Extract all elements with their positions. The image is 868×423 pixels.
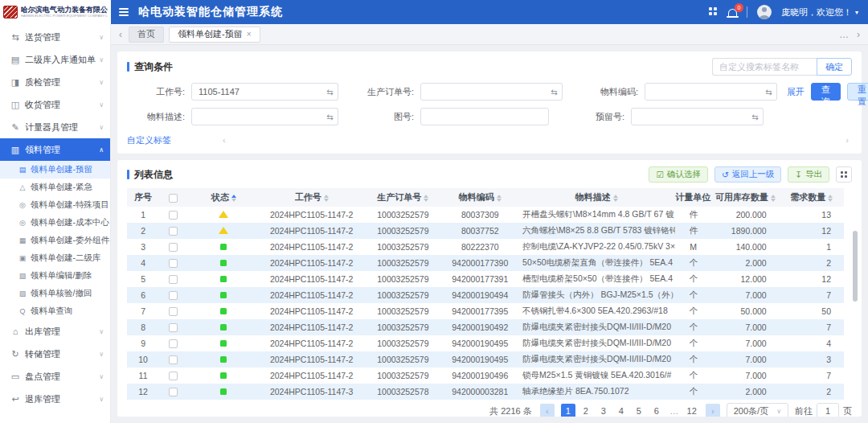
row-checkbox[interactable] bbox=[169, 355, 178, 364]
fullscreen-icon[interactable] bbox=[709, 7, 719, 17]
select-from-list-icon[interactable]: ⇆ bbox=[761, 83, 777, 101]
row-checkbox[interactable] bbox=[169, 291, 178, 300]
row-work-no: 2024HPC1105-1147-2 bbox=[260, 335, 363, 351]
select-from-list-icon[interactable]: ⇆ bbox=[747, 108, 764, 125]
row-checkbox[interactable] bbox=[169, 275, 178, 284]
sidebar-item-secondary-inbound-notice[interactable]: ▤ 二级库入库通知单 ∨ bbox=[0, 48, 110, 71]
page-size-select[interactable]: 200条/页 ∨ bbox=[727, 403, 788, 417]
sidebar-item-transfer[interactable]: ↻ 转储管理 ∨ bbox=[0, 343, 110, 365]
sort-icon[interactable] bbox=[424, 195, 428, 202]
row-checkbox[interactable] bbox=[169, 243, 178, 252]
sidebar-subitem-create-reserved[interactable]: ▤ 领料单创建-预留 bbox=[0, 161, 110, 179]
work-no-input[interactable] bbox=[191, 83, 325, 101]
page-number[interactable]: 5 bbox=[632, 404, 646, 417]
row-checkbox[interactable] bbox=[169, 323, 178, 332]
col-work-no[interactable]: 工作号 bbox=[260, 188, 363, 207]
tab-more-icon[interactable]: … bbox=[839, 29, 849, 40]
sidebar-subitem-create-special-project[interactable]: ◎ 领料单创建-特殊项目 bbox=[0, 196, 110, 214]
select-all-checkbox[interactable] bbox=[169, 194, 178, 203]
row-order-no: 10003252578 bbox=[363, 384, 442, 400]
goto-page-input[interactable] bbox=[817, 403, 839, 417]
sidebar-item-measuring-tools[interactable]: ✎ 计量器具管理 ∨ bbox=[0, 116, 110, 138]
page-number[interactable]: 1 bbox=[561, 404, 575, 417]
close-icon[interactable]: × bbox=[247, 30, 252, 39]
tag-search-input[interactable] bbox=[712, 58, 817, 76]
back-up-level-button[interactable]: ↺ 返回上一级 bbox=[714, 166, 781, 183]
sort-icon[interactable] bbox=[828, 195, 833, 202]
sidebar-item-quality-check[interactable]: ◨ 质检管理 ∨ bbox=[0, 71, 110, 93]
col-demand-qty[interactable]: 需求数量 bbox=[780, 188, 844, 207]
row-checkbox[interactable] bbox=[169, 339, 178, 348]
col-material-code[interactable]: 物料编码 bbox=[442, 188, 518, 207]
column-settings-icon[interactable] bbox=[836, 166, 852, 183]
sidebar-subitem-create-outsourced[interactable]: ▦ 领料单创建-委外组件 bbox=[0, 232, 110, 249]
production-order-input[interactable] bbox=[420, 83, 549, 101]
col-unit[interactable]: 计量单位 bbox=[675, 188, 711, 207]
reservation-no-input[interactable] bbox=[631, 108, 750, 125]
sidebar-subitem-create-cost-center[interactable]: ◎ 领料单创建-成本中心 bbox=[0, 214, 110, 232]
sidebar-subitem-query[interactable]: Q 领料单查询 bbox=[0, 302, 110, 320]
chevron-down-icon: ∨ bbox=[99, 351, 104, 358]
user-avatar[interactable] bbox=[757, 5, 772, 19]
col-available-qty[interactable]: 可用库存数量 bbox=[711, 188, 780, 207]
tab-scroll-left-icon[interactable]: ‹ bbox=[117, 29, 124, 40]
notification-bell-icon[interactable]: 0 bbox=[728, 9, 737, 16]
target-icon: ◎ bbox=[18, 201, 27, 209]
tab-home[interactable]: 首页 bbox=[129, 27, 164, 43]
row-order-no: 10003252579 bbox=[363, 255, 442, 271]
material-code-input[interactable] bbox=[645, 83, 764, 101]
tags-scroll-right-icon[interactable]: › bbox=[845, 135, 849, 145]
confirm-select-button[interactable]: ☑ 确认选择 bbox=[649, 166, 707, 183]
select-from-list-icon[interactable]: ⇆ bbox=[547, 83, 563, 101]
sidebar-item-receiving[interactable]: ◫ 收货管理 ∨ bbox=[0, 93, 110, 116]
material-desc-input[interactable] bbox=[191, 108, 325, 125]
sidebar-item-delivery[interactable]: ⇆ 送货管理 ∨ bbox=[0, 26, 110, 48]
sidebar-subitem-edit-delete[interactable]: ▧ 领料单编辑/删除 bbox=[0, 267, 110, 285]
row-demand-qty: 13 bbox=[780, 207, 844, 223]
tag-search-confirm-button[interactable]: 确定 bbox=[817, 58, 852, 76]
row-checkbox[interactable] bbox=[169, 388, 178, 396]
reset-button[interactable]: 重置 bbox=[847, 83, 868, 101]
expand-link[interactable]: 展开 bbox=[787, 86, 805, 98]
row-checkbox[interactable] bbox=[169, 227, 178, 236]
tags-scroll-left-icon[interactable]: ‹ bbox=[223, 135, 226, 145]
sidebar-subitem-create-urgent[interactable]: △ 领料单创建-紧急 bbox=[0, 179, 110, 196]
search-button[interactable]: 查询 bbox=[811, 83, 841, 101]
row-checkbox[interactable] bbox=[169, 211, 178, 220]
sort-icon[interactable] bbox=[497, 195, 502, 202]
row-checkbox[interactable] bbox=[169, 259, 178, 268]
sidebar-subitem-verify-recall[interactable]: ▨ 领料单核验/撤回 bbox=[0, 285, 110, 302]
tab-requisition-create-reserved[interactable]: 领料单创建-预留 × bbox=[169, 27, 260, 43]
sidebar-item-outbound[interactable]: ⌂ 出库管理 ∨ bbox=[0, 320, 110, 343]
page-number[interactable]: 3 bbox=[596, 404, 611, 417]
sidebar-item-stocktake[interactable]: ▭ 盘点管理 ∨ bbox=[0, 365, 110, 388]
page-number[interactable]: 4 bbox=[614, 404, 628, 417]
col-status[interactable]: 状态 bbox=[188, 188, 260, 207]
col-material-desc[interactable]: 物料描述 bbox=[518, 188, 675, 207]
page-number[interactable]: 2 bbox=[579, 404, 593, 417]
user-menu[interactable]: 庞晓明，欢迎您！ ▾ bbox=[781, 6, 858, 18]
sidebar-subitem-create-secondary-store[interactable]: ▣ 领料单创建-二级库 bbox=[0, 249, 110, 267]
sidebar-item-material-requisition[interactable]: ▥ 领料管理 ∧ bbox=[0, 138, 110, 161]
select-from-list-icon[interactable]: ⇆ bbox=[322, 108, 338, 125]
sidebar-item-return[interactable]: ↩ 退库管理 ∨ bbox=[0, 388, 110, 410]
custom-tags-link[interactable]: 自定义标签 bbox=[127, 134, 171, 146]
sidebar-item-label: 送货管理 bbox=[25, 31, 60, 43]
col-order-no[interactable]: 生产订单号 bbox=[363, 188, 442, 207]
export-button[interactable]: ↧ 导出 bbox=[788, 166, 829, 183]
tab-scroll-right-icon[interactable]: › bbox=[855, 29, 862, 40]
page-number[interactable]: 6 bbox=[649, 404, 664, 417]
sidebar-collapse-icon[interactable] bbox=[119, 8, 129, 16]
sort-icon[interactable] bbox=[771, 195, 776, 202]
sort-icon[interactable] bbox=[613, 195, 618, 202]
row-checkbox[interactable] bbox=[169, 372, 178, 380]
vertical-scrollbar[interactable] bbox=[853, 231, 858, 302]
sort-icon[interactable] bbox=[231, 195, 236, 202]
row-checkbox[interactable] bbox=[169, 307, 178, 316]
sort-icon[interactable] bbox=[324, 195, 329, 202]
page-number[interactable]: 12 bbox=[685, 404, 699, 417]
drawing-no-input[interactable] bbox=[420, 108, 549, 125]
prev-page-button[interactable]: ‹ bbox=[540, 404, 555, 417]
next-page-button[interactable]: › bbox=[706, 404, 720, 417]
select-from-list-icon[interactable]: ⇆ bbox=[322, 83, 338, 101]
